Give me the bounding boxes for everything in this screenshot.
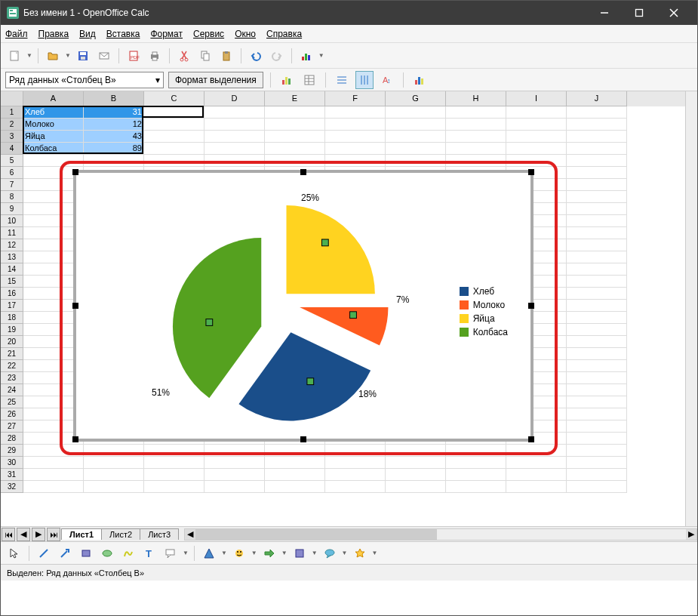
row-header[interactable]: 14 bbox=[1, 263, 23, 276]
cell[interactable] bbox=[144, 155, 204, 167]
cell[interactable] bbox=[567, 420, 627, 433]
cell[interactable]: 31 bbox=[84, 106, 144, 119]
column-header[interactable]: A bbox=[23, 91, 84, 106]
cell[interactable] bbox=[506, 131, 567, 143]
cell[interactable] bbox=[204, 106, 265, 119]
row-header[interactable]: 15 bbox=[1, 276, 23, 288]
cell[interactable] bbox=[386, 143, 446, 155]
save-button[interactable] bbox=[74, 47, 92, 65]
select-all-corner[interactable] bbox=[1, 91, 23, 106]
cell[interactable] bbox=[84, 457, 144, 469]
pdf-button[interactable]: PDF bbox=[125, 47, 143, 65]
cell[interactable] bbox=[567, 276, 627, 288]
cell[interactable] bbox=[144, 119, 204, 131]
cell[interactable] bbox=[567, 239, 627, 251]
new-button[interactable] bbox=[5, 47, 23, 65]
menu-help[interactable]: Справка bbox=[266, 29, 302, 39]
row-header[interactable]: 9 bbox=[1, 203, 23, 215]
cell[interactable]: 89 bbox=[84, 143, 144, 155]
tab-first-button[interactable]: ⏮ bbox=[2, 528, 15, 541]
close-button[interactable] bbox=[656, 1, 691, 25]
cell[interactable] bbox=[567, 155, 627, 167]
grid-v-button[interactable] bbox=[355, 71, 374, 89]
cell[interactable] bbox=[325, 469, 386, 481]
cell[interactable] bbox=[567, 251, 627, 263]
cell[interactable]: Хлеб bbox=[23, 106, 84, 119]
cell[interactable] bbox=[265, 457, 325, 469]
cell[interactable] bbox=[204, 481, 265, 493]
minimize-button[interactable] bbox=[587, 1, 622, 25]
spreadsheet-area[interactable]: ABCDEFGHIJ 12345678910111213141516171819… bbox=[1, 91, 697, 526]
cell[interactable] bbox=[386, 155, 446, 167]
cell[interactable] bbox=[204, 131, 265, 143]
cell[interactable] bbox=[265, 119, 325, 131]
rect-tool[interactable] bbox=[77, 544, 95, 562]
pie-slice-bread[interactable] bbox=[238, 332, 371, 420]
cell[interactable] bbox=[567, 384, 627, 396]
cell[interactable] bbox=[446, 457, 506, 469]
sheet-tab[interactable]: Лист1 bbox=[61, 528, 102, 540]
cell[interactable] bbox=[325, 457, 386, 469]
row-header[interactable]: 28 bbox=[1, 433, 23, 445]
cell[interactable] bbox=[23, 445, 84, 457]
cell[interactable] bbox=[84, 155, 144, 167]
chart-object[interactable]: 25% 7% 18% 51% Хлеб Молоко Яйца Колбаса bbox=[73, 170, 533, 442]
cell[interactable] bbox=[386, 445, 446, 457]
cell[interactable] bbox=[446, 481, 506, 493]
copy-button[interactable] bbox=[196, 47, 214, 65]
cell[interactable] bbox=[506, 481, 567, 493]
cell[interactable] bbox=[567, 469, 627, 481]
cell[interactable] bbox=[567, 131, 627, 143]
row-header[interactable]: 3 bbox=[1, 131, 23, 143]
callout-tool[interactable] bbox=[161, 544, 180, 562]
chart-button[interactable] bbox=[297, 47, 315, 65]
cell[interactable] bbox=[265, 481, 325, 493]
cell[interactable] bbox=[567, 408, 627, 420]
cut-button[interactable] bbox=[175, 47, 193, 65]
cell[interactable] bbox=[567, 167, 627, 179]
cell[interactable] bbox=[446, 445, 506, 457]
cell[interactable] bbox=[446, 131, 506, 143]
chart-type-button[interactable] bbox=[278, 71, 296, 89]
paste-button[interactable] bbox=[217, 47, 235, 65]
cell[interactable] bbox=[446, 469, 506, 481]
pie-slice-milk[interactable] bbox=[300, 307, 388, 346]
cell[interactable] bbox=[23, 469, 84, 481]
row-header[interactable]: 2 bbox=[1, 119, 23, 131]
tab-last-button[interactable]: ⏭ bbox=[47, 528, 60, 541]
cell[interactable] bbox=[325, 143, 386, 155]
basic-shapes-tool[interactable] bbox=[200, 544, 218, 562]
cell[interactable]: 12 bbox=[84, 119, 144, 131]
menu-edit[interactable]: Правка bbox=[38, 29, 69, 39]
cell[interactable] bbox=[567, 179, 627, 191]
cell[interactable] bbox=[386, 106, 446, 119]
row-header[interactable]: 5 bbox=[1, 155, 23, 167]
cell[interactable] bbox=[567, 336, 627, 348]
maximize-button[interactable] bbox=[622, 1, 656, 25]
cell[interactable] bbox=[265, 131, 325, 143]
row-header[interactable]: 30 bbox=[1, 457, 23, 469]
cell[interactable] bbox=[567, 324, 627, 336]
row-header[interactable]: 1 bbox=[1, 106, 23, 119]
cell[interactable] bbox=[386, 481, 446, 493]
cell[interactable] bbox=[144, 445, 204, 457]
data-series-combo[interactable]: Ряд данных «Столбец B» ▾ bbox=[5, 72, 164, 88]
row-header[interactable]: 21 bbox=[1, 348, 23, 360]
row-header[interactable]: 24 bbox=[1, 384, 23, 396]
row-header[interactable]: 20 bbox=[1, 336, 23, 348]
undo-button[interactable] bbox=[247, 47, 265, 65]
row-header[interactable]: 11 bbox=[1, 227, 23, 239]
cell[interactable] bbox=[567, 433, 627, 445]
cell[interactable] bbox=[325, 481, 386, 493]
cell[interactable] bbox=[567, 191, 627, 203]
row-header[interactable]: 7 bbox=[1, 179, 23, 191]
cell[interactable] bbox=[325, 119, 386, 131]
row-header[interactable]: 31 bbox=[1, 469, 23, 481]
text-tool[interactable]: T bbox=[140, 544, 158, 562]
cell[interactable] bbox=[144, 469, 204, 481]
cell[interactable] bbox=[506, 469, 567, 481]
row-header[interactable]: 13 bbox=[1, 251, 23, 263]
sheet-tab[interactable]: Лист3 bbox=[140, 528, 179, 540]
cell[interactable] bbox=[144, 131, 204, 143]
cell[interactable] bbox=[265, 155, 325, 167]
